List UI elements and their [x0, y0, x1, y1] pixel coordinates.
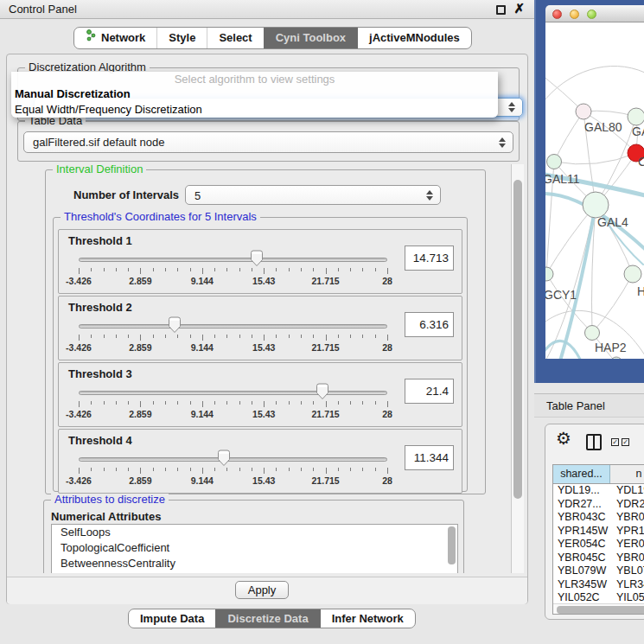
- minimize-traffic-light-icon[interactable]: [570, 10, 579, 19]
- threshold-value-field[interactable]: 14.713: [405, 245, 454, 271]
- table-column-header[interactable]: n: [610, 465, 644, 483]
- popup-option[interactable]: Manual Discretization: [11, 86, 498, 102]
- tab-style[interactable]: Style: [156, 28, 207, 48]
- apply-button[interactable]: Apply: [235, 581, 289, 599]
- zoom-traffic-light-icon[interactable]: [587, 10, 596, 19]
- control-panel-titlebar: Control Panel ✗: [0, 0, 534, 19]
- attributes-group: Attributes to discretize Numerical Attri…: [43, 500, 464, 573]
- slider-handle[interactable]: [250, 250, 264, 267]
- tick-mark: [289, 335, 290, 338]
- tab-label: Style: [169, 28, 195, 48]
- gear-icon[interactable]: ⚙: [556, 430, 571, 447]
- tab-label: jActiveMNodules: [369, 28, 460, 48]
- table-column-header[interactable]: shared...: [553, 465, 610, 483]
- tick-mark: [350, 468, 351, 471]
- number-of-intervals-select[interactable]: 5: [185, 185, 441, 205]
- vertical-scrollbar-track[interactable]: [511, 164, 524, 573]
- close-traffic-light-icon[interactable]: [552, 10, 562, 19]
- table-row[interactable]: YBR045CYBR045C: [553, 552, 644, 565]
- tick-label: 2.859: [129, 342, 151, 353]
- tab-impute-data[interactable]: Impute Data: [129, 609, 215, 628]
- tick-label: -3.426: [66, 342, 92, 353]
- table-row[interactable]: YLR345WYLR345W: [553, 578, 644, 592]
- network-window-titlebar: [545, 5, 644, 22]
- numerical-attributes-label: Numerical Attributes: [51, 510, 161, 523]
- threshold-value-field[interactable]: 21.4: [405, 379, 454, 404]
- float-window-icon[interactable]: [496, 5, 506, 15]
- tick-mark: [264, 335, 265, 341]
- tab-select[interactable]: Select: [207, 28, 263, 48]
- tick-mark: [350, 401, 351, 405]
- tick-mark: [387, 335, 388, 341]
- attribute-list-item[interactable]: SelfLoops: [52, 525, 457, 540]
- attribute-list-item[interactable]: TopologicalCoefficient: [52, 540, 457, 556]
- tab-jactivemnodules[interactable]: jActiveMNodules: [357, 28, 471, 48]
- checkbox-icon[interactable]: ✓: [611, 438, 619, 446]
- tab-discretize-data[interactable]: Discretize Data: [215, 609, 319, 628]
- slider-tick-labels: -3.4262.8599.14415.4321.71528: [79, 409, 387, 419]
- vertical-scrollbar-thumb[interactable]: [513, 180, 522, 499]
- tab-network[interactable]: Network: [74, 28, 156, 48]
- network-node: [576, 104, 591, 119]
- tick-mark: [165, 335, 166, 338]
- bottom-tab-bar: Impute DataDiscretize DataInfer Network: [128, 609, 416, 628]
- node-label: GAL4: [597, 215, 628, 229]
- tick-mark: [104, 401, 105, 405]
- horizontal-scrollbar-thumb[interactable]: [557, 606, 644, 614]
- network-canvas[interactable]: GAL80GACGAL11GAL4GCY1HHAP2: [545, 22, 644, 359]
- popup-placeholder-item[interactable]: Select algorithm to view settings: [11, 72, 498, 86]
- table-row[interactable]: YPR145WYPR145W: [553, 525, 644, 539]
- numerical-attributes-list[interactable]: SelfLoopsTopologicalCoefficientBetweenne…: [51, 524, 458, 573]
- tick-label: 15.43: [252, 475, 275, 486]
- table-row[interactable]: YER054CYER054C: [553, 538, 644, 552]
- tick-mark: [276, 401, 277, 405]
- close-icon[interactable]: ✗: [513, 1, 525, 16]
- node-table[interactable]: shared...n YDL19...YDL19...YDR27...YDR27…: [552, 464, 644, 615]
- tick-mark: [350, 335, 351, 338]
- tick-mark: [338, 468, 339, 471]
- tick-label: 28: [382, 276, 392, 286]
- slider-handle[interactable]: [316, 383, 329, 400]
- table-row[interactable]: YDL19...YDL19...: [553, 484, 644, 498]
- threshold-value-field[interactable]: 11.344: [405, 445, 454, 470]
- tick-mark: [301, 468, 302, 471]
- slider-track[interactable]: [79, 324, 387, 328]
- tick-label: 28: [382, 409, 392, 419]
- table-data-select[interactable]: galFiltered.sif default node: [23, 131, 513, 153]
- tick-mark: [165, 468, 166, 471]
- table-row[interactable]: YBR043CYBR043C: [553, 511, 644, 525]
- table-cell: YBL079W: [553, 564, 610, 578]
- column-view-icon[interactable]: [586, 434, 602, 450]
- checkbox-icon[interactable]: ✓: [622, 438, 629, 446]
- tab-infer-network[interactable]: Infer Network: [320, 609, 415, 628]
- number-of-intervals-value: 5: [194, 186, 421, 206]
- attribute-list-item[interactable]: BetweennessCentrality: [52, 556, 457, 571]
- slider-track[interactable]: [79, 457, 387, 462]
- threshold-value-field[interactable]: 6.316: [405, 312, 454, 337]
- tick-mark: [239, 335, 240, 338]
- slider-tick-labels: -3.4262.8599.14415.4321.71528: [79, 475, 387, 486]
- tick-mark: [91, 468, 92, 471]
- table-row[interactable]: YBL079WYBL079W: [553, 564, 644, 578]
- threshold-panel: Threshold 2-3.4262.8599.14415.4321.71528…: [58, 296, 462, 360]
- tick-mark: [140, 401, 141, 407]
- tick-mark: [104, 335, 105, 338]
- slider-track[interactable]: [79, 391, 387, 395]
- table-cell: YBR045C: [610, 552, 644, 565]
- list-scrollbar-thumb[interactable]: [448, 526, 456, 564]
- tick-mark: [153, 268, 154, 271]
- apply-area: Apply: [7, 577, 527, 604]
- tick-mark: [362, 468, 363, 471]
- slider-track[interactable]: [79, 258, 387, 262]
- tick-mark: [190, 335, 191, 338]
- slider-handle[interactable]: [168, 316, 182, 334]
- table-row[interactable]: YDR27...YDR27...: [553, 498, 644, 512]
- network-node: [624, 265, 641, 283]
- tab-cyni-toolbox[interactable]: Cyni Toolbox: [264, 28, 357, 48]
- popup-option[interactable]: Equal Width/Frequency Discretization: [11, 102, 498, 118]
- stepper-arrows-icon: [499, 137, 506, 148]
- node-label: HAP2: [595, 341, 627, 354]
- horizontal-scrollbar-track[interactable]: [553, 603, 644, 614]
- tick-mark: [153, 401, 154, 405]
- slider-handle[interactable]: [217, 450, 231, 467]
